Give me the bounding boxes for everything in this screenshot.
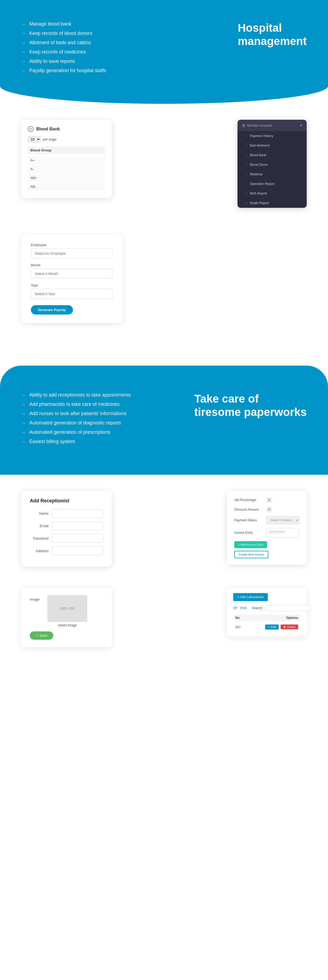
blood-group-row: A+ (28, 156, 105, 164)
nav-payment-history[interactable]: Payment History (237, 131, 307, 141)
add-lab-row: + Add Laboratorist (233, 593, 300, 601)
name-group: Name (30, 509, 103, 518)
vat-row: Vat Percentage ⚙ (234, 497, 299, 503)
nav-operation-report[interactable]: Operation Report (237, 179, 307, 189)
paperworks-feature-item: Automated generation of diagnostic repor… (21, 420, 131, 426)
password-group: Password (30, 534, 103, 543)
add-entry-button[interactable]: + Add Invoice Entry (234, 541, 267, 548)
address-group: Address (30, 547, 103, 555)
vat-label: Vat Percentage (234, 498, 264, 502)
nav-bed-allotment[interactable]: Bed Allotment (237, 141, 307, 150)
vat-icon: ⚙ (266, 497, 272, 503)
features-list: Manage blood bankKeep records of blood d… (21, 21, 106, 73)
search-label: Search: (252, 606, 263, 610)
paperworks-feature-item: Automated generation of prescriptions (21, 430, 131, 435)
status-label: Payment Status (234, 518, 264, 522)
email-group: Email (30, 522, 103, 530)
add-laboratorist-button[interactable]: + Add Laboratorist (233, 593, 268, 601)
month-input[interactable] (31, 269, 113, 278)
image-placeholder[interactable]: 200 x 150 (48, 595, 87, 622)
name-input[interactable] (52, 509, 103, 518)
edit-button[interactable]: ✓ Edit (265, 625, 279, 630)
hero-feature-item: Allotment of beds and cabins (21, 40, 106, 46)
month-label: Month (31, 263, 113, 267)
receptionist-section: Add Receptionist Name Email Password Add… (0, 475, 328, 582)
hero-feature-item: Payslip generation for hospital staffs (21, 68, 106, 73)
create-invoice-row: Create New Invoice (234, 551, 299, 558)
paperworks-list: Ability to add receptionists to take app… (21, 392, 131, 444)
generate-payslip-button[interactable]: Generate Payslip (31, 305, 73, 315)
lab-search-input[interactable] (266, 605, 310, 611)
paperworks-feature-item: Add nurses to look after patients' infor… (21, 411, 131, 417)
year-label: Year (31, 283, 113, 287)
paperworks-title: Take care of tiresome paperworks (194, 392, 307, 419)
hero-section: Manage blood bankKeep records of blood d… (0, 0, 328, 104)
nav-death-report[interactable]: Death Report (237, 198, 307, 208)
discount-label: Discount Amount (234, 508, 264, 511)
month-group: Month (31, 263, 113, 278)
hero-title-block: Hospital management (238, 16, 307, 48)
monitor-dot-icon (242, 124, 245, 127)
payslip-card: Employee Month Year Generate Payslip (21, 234, 123, 323)
address-label: Address (30, 549, 48, 553)
add-entry-row: + Add Invoice Entry (234, 541, 299, 548)
year-input[interactable] (31, 289, 113, 299)
monitor-header-left: Monitor Hospital (242, 124, 272, 127)
paperworks-feature-item: Easiest billing system (21, 439, 131, 444)
paperworks-feature-item: Add pharmacists to take care of medicine… (21, 401, 131, 407)
monitor-chevron-icon: ▾ (300, 124, 302, 127)
employee-input[interactable] (31, 248, 113, 258)
nav-medicine[interactable]: Medicine (237, 170, 307, 179)
entry-row: Invoice Entry Description (234, 528, 299, 538)
per-page-row: 10 25 50 per page (28, 136, 105, 142)
paperworks-title-block: Take care of tiresome paperworks (194, 387, 307, 419)
paperworks-features-list: Ability to add receptionists to take app… (21, 387, 131, 448)
bottom-section: Image 200 x 150 Select Image ✓ Save + Ad… (0, 582, 328, 668)
entry-textarea[interactable]: Description (266, 528, 299, 538)
blood-bank-card: ⊙ Blood Bank 10 25 50 per page Blood Gro… (21, 120, 112, 198)
save-button[interactable]: ✓ Save (30, 632, 53, 640)
password-label: Password (30, 536, 48, 541)
per-page-select[interactable]: 10 25 50 (28, 136, 41, 142)
select-image-label: Select Image (58, 624, 77, 627)
blood-group-row: AB- (28, 183, 105, 191)
invoice-card: Vat Percentage ⚙ Discount Amount ⚙ Payme… (227, 491, 307, 565)
print-label[interactable]: Print (240, 606, 247, 610)
per-page-label: per page (43, 137, 56, 141)
row-actions: ✓ Edit 🗑 Delete (265, 625, 298, 630)
lab-card: + Add Laboratorist DF Print Search: No O… (227, 588, 307, 636)
name-label: Name (30, 511, 48, 515)
hero-feature-item: Ability to save reports (21, 59, 106, 64)
blood-bank-header: ⊙ Blood Bank (28, 126, 105, 132)
payslip-section: Employee Month Year Generate Payslip (0, 224, 328, 344)
blood-group-header: Blood Group (28, 146, 105, 154)
hero-feature-item: Keep records of blood donors (21, 30, 106, 36)
image-upload-card: Image 200 x 150 Select Image ✓ Save (21, 588, 112, 647)
hero-title: Hospital management (238, 21, 307, 48)
row-number: 567 (236, 625, 241, 629)
image-row: Image 200 x 150 Select Image (30, 595, 103, 627)
hero-features-list: Manage blood bankKeep records of blood d… (21, 16, 106, 77)
cards-section: ⊙ Blood Bank 10 25 50 per page Blood Gro… (0, 104, 328, 224)
email-input[interactable] (52, 522, 103, 530)
nav-blood-bank[interactable]: Blood Bank (237, 150, 307, 160)
receptionist-card: Add Receptionist Name Email Password Add… (21, 491, 112, 566)
paperworks-section: Ability to add receptionists to take app… (0, 366, 328, 475)
create-invoice-button[interactable]: Create New Invoice (234, 551, 268, 558)
delete-button[interactable]: 🗑 Delete (280, 625, 298, 629)
status-select[interactable]: Select A Status (266, 516, 299, 524)
password-input[interactable] (52, 534, 103, 543)
image-size-text: 200 x 150 (61, 607, 75, 610)
lab-table-row: 567 ✓ Edit 🗑 Delete (233, 623, 300, 631)
blood-bank-title: Blood Bank (36, 127, 60, 132)
lab-table-header: No Options (233, 614, 300, 621)
col-no: No (236, 616, 240, 620)
nav-birth-report[interactable]: Birth Report (237, 189, 307, 198)
year-group: Year (31, 283, 113, 299)
email-label: Email (30, 524, 48, 528)
monitor-hospital-panel: Monitor Hospital ▾ Payment History Bed A… (237, 120, 307, 208)
nav-blood-donor[interactable]: Blood Donor (237, 160, 307, 170)
df-label[interactable]: DF (233, 606, 237, 610)
lab-table-controls: DF Print Search: (233, 605, 300, 611)
address-input[interactable] (52, 547, 103, 555)
